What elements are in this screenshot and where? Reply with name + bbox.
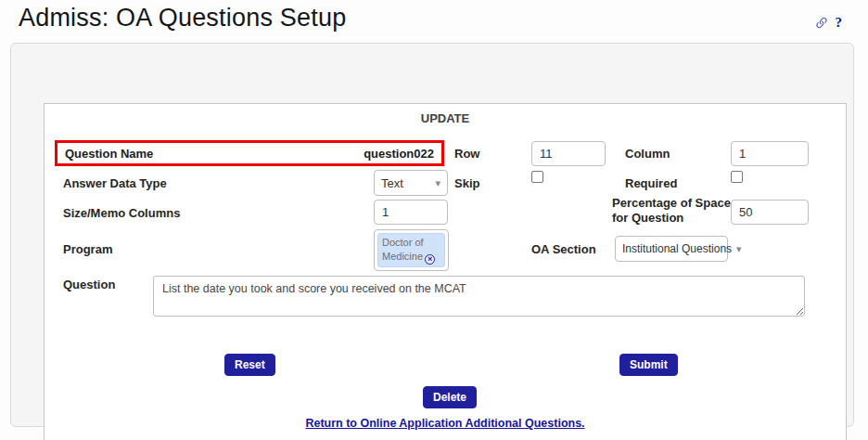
help-icon[interactable]: ? [836,15,843,31]
chip-remove-icon[interactable]: × [425,254,435,265]
chevron-down-icon: ▾ [736,244,742,254]
oa-section-value: Institutional Questions [622,242,732,255]
question-label: Question [63,278,115,291]
percentage-space-input[interactable] [731,200,809,225]
reset-button[interactable]: Reset [224,354,275,376]
oa-section-label: OA Section [531,242,596,256]
permalink-icon[interactable] [814,16,829,31]
delete-button[interactable]: Delete [423,386,477,408]
question-name-label: Question Name [65,147,153,161]
question-name-highlighted-field[interactable]: Question Name question022 [55,140,444,166]
skip-label: Skip [454,176,479,190]
column-input[interactable] [731,141,809,166]
update-form-panel: UPDATE Question Name question022 Row Col… [44,103,847,440]
column-label: Column [625,147,670,161]
question-name-value: question022 [364,147,434,161]
row-label: Row [454,147,479,161]
answer-data-type-value: Text [381,176,403,190]
question-textarea[interactable]: List the date you took and score you rec… [153,276,805,317]
header-icons: ? [814,15,843,31]
required-label: Required [625,176,677,190]
submit-button[interactable]: Submit [619,354,678,376]
program-chip: Doctor of Medicine× [377,233,445,267]
form-card: UPDATE Question Name question022 Row Col… [10,43,854,427]
program-multiselect[interactable]: Doctor of Medicine× [374,229,449,271]
size-memo-columns-input[interactable] [374,200,448,225]
page-title: Admiss: OA Questions Setup [19,4,346,32]
percentage-space-label: Percentage of Space for Question [612,196,734,225]
size-memo-columns-label: Size/Memo Columns [63,206,180,220]
return-link-row: Return to Online Application Additional … [45,414,846,431]
chevron-down-icon: ▾ [435,178,440,188]
answer-data-type-label: Answer Data Type [63,176,167,190]
answer-data-type-select[interactable]: Text ▾ [374,170,448,196]
return-link[interactable]: Return to Online Application Additional … [305,417,584,430]
skip-checkbox[interactable] [531,171,543,183]
program-chip-text: Doctor of Medicine [382,237,424,262]
form-heading: UPDATE [45,111,846,125]
oa-section-select[interactable]: Institutional Questions ▾ [615,236,728,262]
required-checkbox[interactable] [731,171,743,183]
program-label: Program [63,242,112,256]
row-input[interactable] [531,141,606,166]
